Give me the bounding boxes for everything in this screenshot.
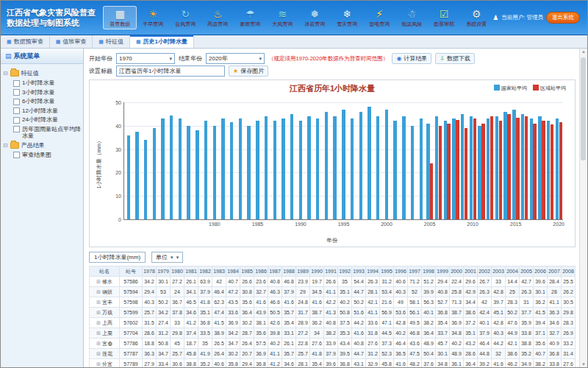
col-header-year[interactable]: 1995 [380, 266, 394, 277]
end-year-select[interactable]: 2020年▾ [206, 53, 265, 64]
col-header-year[interactable]: 1983 [212, 266, 226, 277]
col-header-year[interactable]: 1986 [254, 266, 268, 277]
table-row[interactable]: ⊞铜鼓5759429.4532434.137.946.447.230.832.7… [90, 287, 576, 297]
scroll-up-arrow[interactable]: ▲ [580, 49, 587, 54]
tree-item-3小时降水量[interactable]: 3小时降水量 [13, 89, 81, 96]
table-row[interactable]: ⊞宜丰5759840.350.236.746.541.862.343.535.6… [90, 297, 576, 308]
col-header-year[interactable]: 2002 [478, 266, 492, 277]
checkbox-icon[interactable] [13, 89, 20, 96]
col-header-year[interactable]: 1988 [282, 266, 296, 277]
col-header-year[interactable]: 1982 [198, 266, 212, 277]
expand-icon[interactable]: ⊞ [96, 279, 101, 284]
table-row[interactable]: ⊞万载5759925.734.237.834.635.147.433.636.4… [90, 308, 576, 318]
col-header-year[interactable]: 1985 [240, 266, 254, 277]
col-header-year[interactable]: 1997 [408, 266, 422, 277]
table-row[interactable]: ⊞修水5758634.230.127.226.163.94240.726.623… [90, 277, 576, 287]
tree-group-row[interactable]: ⊟特征值 [3, 69, 81, 77]
table-row[interactable]: ⊞分宜5778927.933.430.638.835.240.635.829.4… [90, 359, 576, 368]
col-header-year[interactable]: 2000 [450, 266, 464, 277]
expand-icon[interactable]: ⊞ [96, 361, 101, 367]
table-row[interactable]: ⊞宜春5778618.850.84518.73526.534.726.457.5… [90, 339, 576, 349]
col-header-year[interactable]: 1993 [352, 266, 366, 277]
col-header-station-name[interactable]: 站名 [90, 266, 120, 277]
expand-icon[interactable]: ⊞ [96, 320, 101, 325]
col-header-year[interactable]: 2004 [506, 266, 520, 277]
col-header-year[interactable]: 1978 [143, 266, 157, 277]
col-header-year[interactable]: 1989 [296, 266, 310, 277]
tool-雷电查询[interactable]: ⚡雷电查询 [363, 7, 395, 29]
y-tick-label: 30 [115, 146, 121, 152]
col-header-year[interactable]: 2001 [464, 266, 478, 277]
expand-icon[interactable]: ⊞ [96, 300, 101, 305]
table-row[interactable]: ⊞上栗5770428.631.229.837.433.538.934.228.7… [90, 328, 576, 339]
expand-icon[interactable]: ⊞ [96, 351, 101, 356]
tab-特征值[interactable]: ▦特征值 [93, 35, 130, 48]
col-header-year[interactable]: 1981 [184, 266, 198, 277]
tab-数据预审查[interactable]: ▦数据预审查 [1, 35, 50, 48]
expand-icon[interactable]: ⊞ [96, 289, 101, 294]
checkbox-icon[interactable] [13, 126, 20, 132]
collapse-icon[interactable]: ⊟ [3, 70, 8, 77]
col-header-year[interactable]: 2006 [534, 266, 548, 277]
col-header-year[interactable]: 1998 [422, 266, 436, 277]
tool-图形审核[interactable]: ☑图形审核 [428, 7, 460, 29]
checkbox-icon[interactable] [13, 80, 20, 87]
tool-雪灾查询[interactable]: ❄雪灾查询 [331, 7, 363, 29]
calc-result-button[interactable]: ◉计算结果 [392, 53, 431, 64]
col-header-year[interactable]: 1999 [436, 266, 450, 277]
tree-item-12小时降水量[interactable]: 12小时降水量 [13, 107, 81, 115]
collapse-icon[interactable]: ⊟ [3, 142, 8, 149]
logout-button[interactable]: 退出系统 [546, 12, 580, 24]
tree-item-24小时降水量[interactable]: 24小时降水量 [13, 116, 81, 124]
col-header-year[interactable]: 2003 [492, 266, 506, 277]
table-row[interactable]: ⊞上高5760231.527.43341.236.841.536.930.238… [90, 318, 576, 328]
col-header-year[interactable]: 1980 [171, 266, 184, 277]
checkbox-icon[interactable] [13, 152, 20, 158]
col-header-year[interactable]: 1996 [394, 266, 408, 277]
col-header-year[interactable]: 2008 [562, 266, 576, 277]
checkbox-icon[interactable] [13, 99, 20, 105]
tool-普查数据[interactable]: ▦普查数据 [103, 6, 137, 29]
checkbox-icon[interactable] [13, 117, 20, 124]
scrollbar-thumb[interactable] [581, 57, 586, 160]
expand-icon[interactable]: ⊞ [96, 341, 101, 346]
col-header-station-id[interactable]: 站号 [120, 266, 143, 277]
col-header-year[interactable]: 1994 [366, 266, 380, 277]
tool-低温风险[interactable]: ☃低温风险 [395, 7, 428, 29]
tree-group-row[interactable]: ⊟产品结果 [3, 141, 81, 149]
station-name: 宜春 [102, 341, 112, 346]
tab-值班审查[interactable]: ▦值班审查 [50, 35, 93, 48]
tool-干旱查询[interactable]: ☀干旱查询 [137, 7, 169, 29]
start-year-select[interactable]: 1970▾ [116, 53, 175, 64]
col-header-year[interactable]: 1987 [268, 266, 282, 277]
col-header-year[interactable]: 2005 [520, 266, 534, 277]
tree-item-1小时降水量[interactable]: 1小时降水量 [13, 79, 81, 87]
table-metric-box[interactable]: 1小时降水量(mm) [89, 252, 146, 263]
expand-icon[interactable]: ⊞ [96, 330, 101, 336]
tool-系统设置[interactable]: ⚙系统设置 [460, 7, 492, 29]
table-row[interactable]: ⊞莲花5778736.334.725.745.841.926.430.220.7… [90, 349, 576, 359]
tool-暴雨查询[interactable]: ☂暴雨查询 [234, 7, 266, 29]
tool-台风查询[interactable]: ↻台风查询 [169, 7, 201, 29]
tree-item-审查结果图[interactable]: 审查结果图 [13, 152, 81, 159]
expand-icon[interactable]: ⊞ [96, 310, 101, 315]
chart-title-input[interactable] [116, 66, 225, 77]
col-header-year[interactable]: 1984 [226, 266, 240, 277]
tool-大风查询[interactable]: ≋大风查询 [266, 7, 298, 29]
tool-冰雹查询[interactable]: ❅冰雹查询 [298, 7, 331, 29]
col-header-year[interactable]: 1992 [338, 266, 352, 277]
scroll-down-arrow[interactable]: ▼ [580, 362, 587, 367]
tree-item-历年面雨量站点平均降水量[interactable]: 历年面雨量站点平均降水量 [13, 126, 81, 139]
save-image-button[interactable]: ★保存图片 [229, 66, 268, 77]
vertical-scrollbar[interactable]: ▲ ▼ [579, 49, 587, 367]
tree-item-6小时降水量[interactable]: 6小时降水量 [13, 98, 81, 105]
tab-历史1小时降水量[interactable]: ▦历史1小时降水量 [130, 35, 194, 48]
tool-高温查询[interactable]: ♨高温查询 [201, 7, 234, 29]
download-data-button[interactable]: ⇩数据下载 [435, 53, 475, 64]
col-header-year[interactable]: 1991 [324, 266, 338, 277]
col-header-year[interactable]: 1979 [157, 266, 171, 277]
unit-select[interactable]: 单位▾▾ [151, 252, 183, 263]
col-header-year[interactable]: 1990 [310, 266, 324, 277]
checkbox-icon[interactable] [13, 107, 20, 114]
col-header-year[interactable]: 2007 [548, 266, 562, 277]
